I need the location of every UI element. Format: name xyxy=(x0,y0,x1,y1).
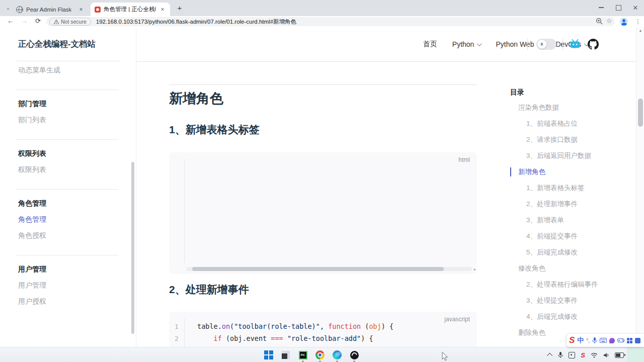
ime-game-icon[interactable] xyxy=(617,338,624,343)
back-button[interactable]: ← xyxy=(7,17,14,25)
browser-tabstrip: ⌄ Pear Admin Flask × 角色管理 | 正心全栈编程-文档站 ×… xyxy=(0,0,644,16)
site-navbar: 首页PythonPython WebDevOps ☀ xyxy=(136,27,636,62)
volume-icon[interactable] xyxy=(603,352,609,358)
browser-tab-active[interactable]: 角色管理 | 正心全栈编程-文档站 × xyxy=(91,3,170,16)
sidebar-item-角色管理[interactable]: 角色管理 xyxy=(18,212,121,228)
sidebar-item-权限列表[interactable]: 权限列表 xyxy=(18,162,121,178)
battery-icon[interactable] xyxy=(615,352,624,358)
ime-keyboard-icon[interactable] xyxy=(600,338,607,343)
tray-sogou-icon[interactable]: S xyxy=(581,351,585,359)
ime-punctuation-icon[interactable]: °, xyxy=(586,338,590,343)
profile-avatar[interactable] xyxy=(620,18,628,26)
toc-item-5、后端完成修改[interactable]: 5、后端完成修改 xyxy=(510,244,631,260)
code-content: table.on("toolbar(role-table)", function… xyxy=(197,321,477,344)
tab-search-button[interactable]: ⌄ xyxy=(4,5,12,12)
toc-item-渲染角色数据[interactable]: 渲染角色数据 xyxy=(510,100,631,116)
ime-toolbox-icon[interactable] xyxy=(627,338,632,343)
nav-item-首页[interactable]: 首页 xyxy=(423,40,437,49)
toc-item-3、后端返回用户数据[interactable]: 3、后端返回用户数据 xyxy=(510,148,631,164)
taskbar-app-obs[interactable] xyxy=(349,350,359,360)
code-token: if xyxy=(214,334,222,342)
scroll-up-icon[interactable]: ▲ xyxy=(636,29,644,32)
taskbar-app-chrome[interactable] xyxy=(315,350,325,360)
site-logo[interactable]: 正心全栈编程-文档站 xyxy=(18,27,96,61)
code-token: "role-toolbar-add" xyxy=(287,334,361,342)
toc-item-新增角色[interactable]: 新增角色 xyxy=(510,164,631,180)
nav-item-Python[interactable]: Python xyxy=(452,40,481,48)
theme-toggle[interactable]: ☀ xyxy=(536,39,556,50)
sogou-logo-icon[interactable]: S xyxy=(569,335,575,345)
toc-item-2、处理表格行编辑事件[interactable]: 2、处理表格行编辑事件 xyxy=(510,277,631,293)
globe-icon xyxy=(16,6,23,13)
browser-menu-icon[interactable]: ⋮ xyxy=(635,18,637,26)
sidebar-item-动态菜单生成[interactable]: 动态菜单生成 xyxy=(18,62,121,78)
ime-mode-chinese[interactable]: 中 xyxy=(577,336,584,345)
toc-list: 渲染角色数据1、前端表格占位2、请求接口数据3、后端返回用户数据新增角色1、新增… xyxy=(510,100,631,341)
taskbar-widget-area[interactable] xyxy=(627,347,644,362)
code-token: ) { xyxy=(381,322,393,330)
code-token: obj.event xyxy=(230,334,267,342)
ime-skin-icon[interactable] xyxy=(609,338,615,343)
sidebar-item-角色授权[interactable]: 角色授权 xyxy=(18,228,121,244)
new-tab-button[interactable]: + xyxy=(175,4,184,13)
bilibili-icon[interactable] xyxy=(570,39,581,50)
window-minimize-button[interactable] xyxy=(593,0,610,15)
reload-button[interactable]: ⟳ xyxy=(35,17,41,25)
address-bar[interactable]: Not secure 192.168.0.103:5173/python/06.… xyxy=(46,17,615,26)
section-heading-1: 1、新增表格头标签 xyxy=(169,123,260,137)
nav-item-label: 首页 xyxy=(423,40,437,49)
toc-item-2、处理新增事件[interactable]: 2、处理新增事件 xyxy=(510,196,631,212)
sidebar-item-部门列表[interactable]: 部门列表 xyxy=(18,112,121,128)
sidebar-scrollbar[interactable] xyxy=(131,162,134,334)
not-secure-chip[interactable]: Not secure xyxy=(49,18,91,26)
code-token: on xyxy=(222,322,230,330)
toc-item-1、前端表格占位[interactable]: 1、前端表格占位 xyxy=(510,116,631,132)
forward-button[interactable]: → xyxy=(21,17,28,25)
toc-item-4、后端完成修改[interactable]: 4、后端完成修改 xyxy=(510,309,631,325)
taskbar-app-pycharm[interactable]: PC xyxy=(298,350,308,360)
toc-item-3、新增表单[interactable]: 3、新增表单 xyxy=(510,212,631,228)
tray-expand-icon[interactable] xyxy=(547,353,552,358)
tab-close-icon[interactable]: × xyxy=(77,6,85,13)
toc-item-修改角色[interactable]: 修改角色 xyxy=(510,260,631,277)
tab-close-icon[interactable]: × xyxy=(159,6,166,13)
code-token: , xyxy=(320,322,328,330)
wifi-icon[interactable] xyxy=(591,352,598,358)
window-close-button[interactable]: ✕ xyxy=(627,0,644,15)
code-token: ( xyxy=(226,334,230,342)
zoom-icon[interactable] xyxy=(596,18,603,25)
taskbar-app-snipping[interactable] xyxy=(281,350,291,360)
code-hscrollbar-thumb[interactable] xyxy=(192,267,444,271)
tray-mic-icon[interactable] xyxy=(558,352,563,358)
sidebar-divider xyxy=(16,61,121,61)
sidebar-divider xyxy=(16,89,119,90)
taskbar-app-edge[interactable] xyxy=(332,350,342,360)
bookmark-star-icon[interactable]: ☆ xyxy=(606,17,612,25)
browser-tab-pear-admin[interactable]: Pear Admin Flask × xyxy=(12,3,89,16)
tray-input-indicator-icon[interactable] xyxy=(569,352,575,358)
github-icon[interactable] xyxy=(588,39,599,50)
sidebar-group-title: 权限列表 xyxy=(18,146,121,162)
sidebar-item-用户授权[interactable]: 用户授权 xyxy=(18,294,121,310)
code-token: ( xyxy=(230,322,234,330)
nav-item-Python Web[interactable]: Python Web xyxy=(496,40,540,48)
toc-item-4、前端提交事件[interactable]: 4、前端提交事件 xyxy=(510,228,631,244)
page-scrollbar[interactable]: ▲ xyxy=(636,27,644,347)
start-button[interactable] xyxy=(264,350,274,360)
page-scrollbar-thumb[interactable] xyxy=(638,99,643,127)
toc-item-1、新增表格头标签[interactable]: 1、新增表格头标签 xyxy=(510,180,631,196)
ime-mic-icon[interactable] xyxy=(592,337,597,344)
scroll-right-icon[interactable]: ▸ xyxy=(474,267,476,272)
edge-icon xyxy=(333,350,342,359)
code-token: ) { xyxy=(361,334,373,342)
taskbar-center: PC xyxy=(264,347,359,362)
window-maximize-button[interactable] xyxy=(610,0,627,15)
toc-item-2、请求接口数据[interactable]: 2、请求接口数据 xyxy=(510,132,631,148)
sidebar-item-用户管理[interactable]: 用户管理 xyxy=(18,278,121,294)
code-hscrollbar[interactable] xyxy=(186,267,472,271)
line-number-column: 12 xyxy=(169,321,184,344)
desktop: ⌄ Pear Admin Flask × 角色管理 | 正心全栈编程-文档站 ×… xyxy=(0,0,644,362)
toc-item-3、处理提交事件[interactable]: 3、处理提交事件 xyxy=(510,293,631,309)
security-label: Not secure xyxy=(61,19,87,25)
ime-settings-icon[interactable] xyxy=(635,338,640,343)
